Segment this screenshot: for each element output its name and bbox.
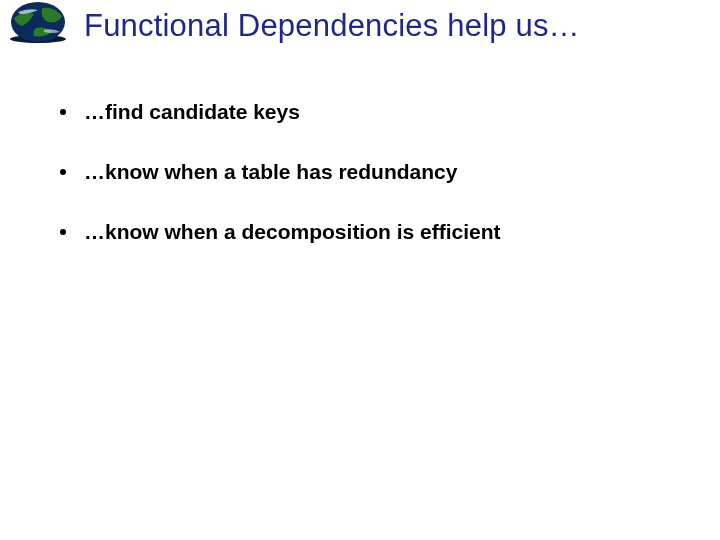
slide-body: …find candidate keys …know when a table … (60, 100, 680, 280)
bullet-dot-icon (60, 229, 66, 235)
bullet-item: …know when a table has redundancy (60, 160, 680, 184)
slide: Functional Dependencies help us… …find c… (0, 0, 720, 540)
bullet-text: …know when a decomposition is efficient (84, 220, 501, 244)
bullet-dot-icon (60, 109, 66, 115)
bullet-text: …know when a table has redundancy (84, 160, 457, 184)
bullet-item: …find candidate keys (60, 100, 680, 124)
globe-earth-icon (8, 0, 68, 44)
bullet-text: …find candidate keys (84, 100, 300, 124)
bullet-dot-icon (60, 169, 66, 175)
slide-title: Functional Dependencies help us… (84, 8, 700, 44)
bullet-item: …know when a decomposition is efficient (60, 220, 680, 244)
